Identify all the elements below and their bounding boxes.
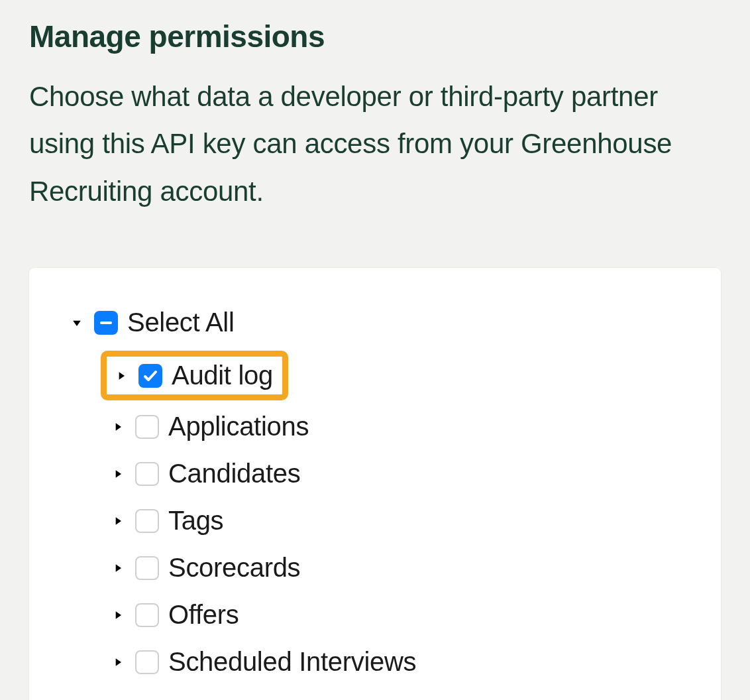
checkbox-audit-log[interactable] [138,364,162,388]
disclosure-toggle-right-icon[interactable] [110,419,126,435]
tree-item-tags: Tags [110,497,681,544]
checkbox-scorecards[interactable] [135,556,159,580]
checkbox-applications[interactable] [135,415,159,439]
tree-item-candidates: Candidates [110,450,681,497]
tree-item-scheduled-interviews: Scheduled Interviews [110,638,681,685]
candidates-label: Candidates [168,459,300,489]
tree-item-audit-log-highlighted: Audit log [101,351,288,400]
tags-label: Tags [168,506,223,536]
disclosure-toggle-right-icon[interactable] [110,607,126,623]
applications-label: Applications [168,412,309,441]
scorecards-label: Scorecards [168,553,300,583]
page-description: Choose what data a developer or third-pa… [29,73,721,215]
checkbox-tags[interactable] [135,509,159,533]
tree-item-offers: Offers [110,591,681,638]
disclosure-toggle-right-icon[interactable] [113,368,129,384]
select-all-label: Select All [127,308,235,337]
checkbox-scheduled-interviews[interactable] [135,650,159,674]
page-title: Manage permissions [29,19,721,54]
manage-permissions-page: Manage permissions Choose what data a de… [0,0,750,700]
checkbox-candidates[interactable] [135,462,159,486]
disclosure-toggle-right-icon[interactable] [110,654,126,670]
disclosure-toggle-right-icon[interactable] [110,513,126,529]
offers-label: Offers [168,600,239,630]
tree-item-scorecards: Scorecards [110,544,681,591]
tree-root-select-all: Select All [69,308,681,337]
checkbox-offers[interactable] [135,603,159,627]
scheduled-interviews-label: Scheduled Interviews [168,647,416,677]
disclosure-toggle-right-icon[interactable] [110,466,126,482]
permissions-card: Select All Audit log Applications [29,268,721,700]
disclosure-toggle-down-icon[interactable] [69,315,85,331]
audit-log-label: Audit log [172,361,273,390]
checkbox-select-all[interactable] [94,311,118,335]
tree-item-applications: Applications [110,403,681,450]
disclosure-toggle-right-icon[interactable] [110,560,126,576]
